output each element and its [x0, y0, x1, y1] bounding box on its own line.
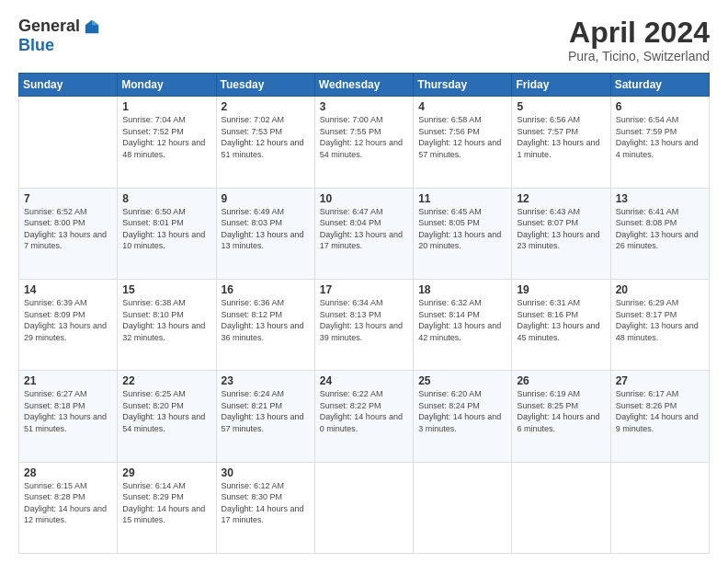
day-number: 1 — [122, 100, 210, 113]
calendar-cell: 1 Sunrise: 7:04 AMSunset: 7:52 PMDayligh… — [118, 97, 216, 188]
day-number: 22 — [122, 374, 210, 387]
calendar-cell: 2 Sunrise: 7:02 AMSunset: 7:53 PMDayligh… — [216, 97, 314, 188]
day-info: Sunrise: 6:14 AMSunset: 8:29 PMDaylight:… — [122, 481, 205, 525]
calendar-cell: 15 Sunrise: 6:38 AMSunset: 8:10 PMDaylig… — [118, 279, 216, 370]
month-title: April 2024 — [568, 17, 710, 49]
day-info: Sunrise: 6:27 AMSunset: 8:18 PMDaylight:… — [24, 389, 107, 433]
day-number: 8 — [122, 192, 210, 205]
weekday-header-tuesday: Tuesday — [216, 74, 314, 97]
week-row-0: 1 Sunrise: 7:04 AMSunset: 7:52 PMDayligh… — [19, 97, 710, 188]
day-number: 19 — [517, 283, 605, 296]
calendar-cell: 6 Sunrise: 6:54 AMSunset: 7:59 PMDayligh… — [610, 97, 709, 188]
calendar-cell — [512, 462, 610, 553]
day-info: Sunrise: 6:52 AMSunset: 8:00 PMDaylight:… — [24, 207, 107, 251]
week-row-1: 7 Sunrise: 6:52 AMSunset: 8:00 PMDayligh… — [19, 188, 710, 279]
day-number: 6 — [616, 100, 704, 113]
day-info: Sunrise: 6:29 AMSunset: 8:17 PMDaylight:… — [616, 298, 699, 342]
day-number: 27 — [616, 374, 704, 387]
calendar-cell: 7 Sunrise: 6:52 AMSunset: 8:00 PMDayligh… — [19, 188, 118, 279]
weekday-header-sunday: Sunday — [19, 74, 118, 97]
weekday-header-monday: Monday — [118, 74, 216, 97]
calendar-cell: 25 Sunrise: 6:20 AMSunset: 8:24 PMDaylig… — [414, 371, 512, 462]
logo: General Blue — [18, 17, 100, 55]
day-info: Sunrise: 6:22 AMSunset: 8:22 PMDaylight:… — [320, 389, 403, 433]
calendar-cell: 16 Sunrise: 6:36 AMSunset: 8:12 PMDaylig… — [216, 279, 314, 370]
week-row-3: 21 Sunrise: 6:27 AMSunset: 8:18 PMDaylig… — [19, 371, 710, 462]
logo-icon — [84, 18, 100, 35]
calendar-cell: 30 Sunrise: 6:12 AMSunset: 8:30 PMDaylig… — [216, 462, 314, 553]
weekday-header-thursday: Thursday — [414, 74, 512, 97]
day-number: 14 — [24, 283, 112, 296]
day-number: 5 — [517, 100, 605, 113]
svg-marker-1 — [92, 19, 98, 24]
day-number: 13 — [616, 192, 704, 205]
day-info: Sunrise: 6:12 AMSunset: 8:30 PMDaylight:… — [222, 481, 304, 525]
weekday-header-row: SundayMondayTuesdayWednesdayThursdayFrid… — [19, 74, 710, 97]
calendar-cell: 9 Sunrise: 6:49 AMSunset: 8:03 PMDayligh… — [216, 188, 314, 279]
day-number: 20 — [616, 283, 704, 296]
day-info: Sunrise: 7:02 AMSunset: 7:53 PMDaylight:… — [222, 115, 304, 159]
day-number: 2 — [222, 100, 310, 113]
day-number: 28 — [24, 466, 112, 479]
day-info: Sunrise: 7:00 AMSunset: 7:55 PMDaylight:… — [320, 115, 403, 159]
calendar-cell: 10 Sunrise: 6:47 AMSunset: 8:04 PMDaylig… — [314, 188, 413, 279]
calendar-cell: 26 Sunrise: 6:19 AMSunset: 8:25 PMDaylig… — [512, 371, 610, 462]
day-number: 18 — [418, 283, 506, 296]
calendar-cell: 11 Sunrise: 6:45 AMSunset: 8:05 PMDaylig… — [414, 188, 512, 279]
day-number: 29 — [122, 466, 210, 479]
calendar-cell: 27 Sunrise: 6:17 AMSunset: 8:26 PMDaylig… — [610, 371, 709, 462]
day-number: 7 — [24, 192, 112, 205]
day-number: 21 — [24, 374, 112, 387]
location: Pura, Ticino, Switzerland — [568, 49, 710, 63]
weekday-header-wednesday: Wednesday — [314, 74, 413, 97]
day-info: Sunrise: 6:45 AMSunset: 8:05 PMDaylight:… — [418, 207, 501, 251]
calendar-cell: 20 Sunrise: 6:29 AMSunset: 8:17 PMDaylig… — [610, 279, 709, 370]
calendar-cell: 17 Sunrise: 6:34 AMSunset: 8:13 PMDaylig… — [314, 279, 413, 370]
day-info: Sunrise: 7:04 AMSunset: 7:52 PMDaylight:… — [122, 115, 205, 159]
header: General Blue April 2024 Pura, Ticino, Sw… — [18, 17, 710, 63]
calendar-cell: 22 Sunrise: 6:25 AMSunset: 8:20 PMDaylig… — [118, 371, 216, 462]
day-number: 16 — [222, 283, 310, 296]
day-number: 23 — [222, 374, 310, 387]
day-info: Sunrise: 6:38 AMSunset: 8:10 PMDaylight:… — [122, 298, 205, 342]
calendar-cell: 21 Sunrise: 6:27 AMSunset: 8:18 PMDaylig… — [19, 371, 118, 462]
day-number: 9 — [222, 192, 310, 205]
logo-blue-text: Blue — [18, 36, 54, 55]
day-info: Sunrise: 6:50 AMSunset: 8:01 PMDaylight:… — [122, 207, 205, 251]
weekday-header-friday: Friday — [512, 74, 610, 97]
week-row-4: 28 Sunrise: 6:15 AMSunset: 8:28 PMDaylig… — [19, 462, 710, 553]
day-info: Sunrise: 6:32 AMSunset: 8:14 PMDaylight:… — [418, 298, 501, 342]
day-number: 4 — [418, 100, 506, 113]
day-info: Sunrise: 6:41 AMSunset: 8:08 PMDaylight:… — [616, 207, 699, 251]
title-block: April 2024 Pura, Ticino, Switzerland — [568, 17, 710, 63]
day-info: Sunrise: 6:54 AMSunset: 7:59 PMDaylight:… — [616, 115, 699, 159]
calendar-cell: 4 Sunrise: 6:58 AMSunset: 7:56 PMDayligh… — [414, 97, 512, 188]
day-info: Sunrise: 6:47 AMSunset: 8:04 PMDaylight:… — [320, 207, 403, 251]
day-info: Sunrise: 6:49 AMSunset: 8:03 PMDaylight:… — [222, 207, 304, 251]
week-row-2: 14 Sunrise: 6:39 AMSunset: 8:09 PMDaylig… — [19, 279, 710, 370]
weekday-header-saturday: Saturday — [610, 74, 709, 97]
calendar-table: SundayMondayTuesdayWednesdayThursdayFrid… — [18, 73, 710, 554]
day-info: Sunrise: 6:24 AMSunset: 8:21 PMDaylight:… — [222, 389, 304, 433]
day-info: Sunrise: 6:39 AMSunset: 8:09 PMDaylight:… — [24, 298, 107, 342]
calendar-cell — [610, 462, 709, 553]
day-info: Sunrise: 6:34 AMSunset: 8:13 PMDaylight:… — [320, 298, 403, 342]
calendar-cell: 8 Sunrise: 6:50 AMSunset: 8:01 PMDayligh… — [118, 188, 216, 279]
day-info: Sunrise: 6:56 AMSunset: 7:57 PMDaylight:… — [517, 115, 599, 159]
day-number: 24 — [320, 374, 408, 387]
logo-general-text: General — [18, 17, 80, 36]
calendar-cell: 19 Sunrise: 6:31 AMSunset: 8:16 PMDaylig… — [512, 279, 610, 370]
page: General Blue April 2024 Pura, Ticino, Sw… — [0, 0, 728, 563]
calendar-cell: 13 Sunrise: 6:41 AMSunset: 8:08 PMDaylig… — [610, 188, 709, 279]
calendar-cell: 14 Sunrise: 6:39 AMSunset: 8:09 PMDaylig… — [19, 279, 118, 370]
calendar-cell — [314, 462, 413, 553]
day-info: Sunrise: 6:20 AMSunset: 8:24 PMDaylight:… — [418, 389, 501, 433]
calendar-cell: 24 Sunrise: 6:22 AMSunset: 8:22 PMDaylig… — [314, 371, 413, 462]
calendar-cell: 18 Sunrise: 6:32 AMSunset: 8:14 PMDaylig… — [414, 279, 512, 370]
calendar-cell: 12 Sunrise: 6:43 AMSunset: 8:07 PMDaylig… — [512, 188, 610, 279]
day-number: 10 — [320, 192, 408, 205]
calendar-cell — [19, 97, 118, 188]
day-number: 12 — [517, 192, 605, 205]
day-info: Sunrise: 6:25 AMSunset: 8:20 PMDaylight:… — [122, 389, 205, 433]
calendar-cell — [414, 462, 512, 553]
